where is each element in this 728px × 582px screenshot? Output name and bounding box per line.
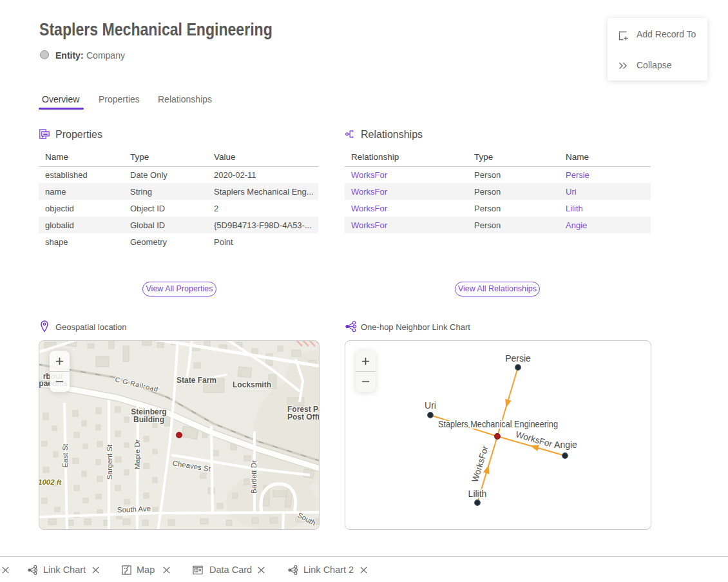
- svg-text:1002 ft: 1002 ft: [39, 478, 62, 486]
- svg-text:Locksmith: Locksmith: [233, 380, 271, 389]
- svg-text:Uri: Uri: [425, 400, 436, 411]
- svg-text:Maple Dr: Maple Dr: [133, 440, 141, 470]
- svg-text:Lilith: Lilith: [468, 489, 487, 499]
- svg-text:Persie: Persie: [505, 353, 531, 364]
- svg-text:Sargent St: Sargent St: [106, 444, 113, 480]
- svg-text:Building: Building: [133, 415, 164, 424]
- svg-text:East St: East St: [61, 443, 69, 468]
- svg-text:WorksFor: WorksFor: [470, 444, 490, 483]
- svg-text:South Ave: South Ave: [117, 505, 151, 514]
- svg-text:Bartlett Dr: Bartlett Dr: [250, 460, 258, 494]
- svg-text:Angie: Angie: [554, 440, 577, 450]
- svg-text:Staplers Mechanical Engineerin: Staplers Mechanical Engineering: [438, 419, 558, 429]
- svg-text:Post Office: Post Office: [287, 412, 319, 422]
- svg-text:State Farm: State Farm: [177, 376, 216, 385]
